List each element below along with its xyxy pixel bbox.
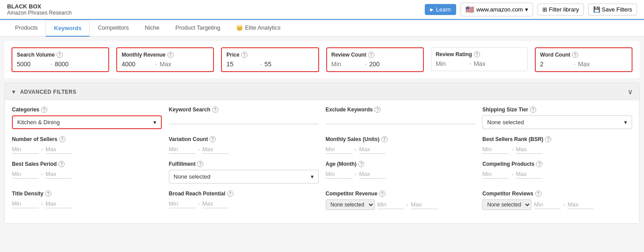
search-volume-max-input[interactable] [55,61,86,68]
review-count-filter: Review Count ? - [326,47,424,72]
broad-reach-help-icon[interactable]: ? [227,191,233,197]
num-sellers-min-input[interactable] [12,145,38,154]
competing-products-col: Competing Products ? - [482,161,632,183]
search-volume-help-icon[interactable]: ? [57,52,63,58]
domain-button[interactable]: 🇺🇸 www.amazon.com ▾ [461,3,533,16]
advanced-row-1: Categories ? Kitchen & Dining ▾ Keyword … [12,107,632,129]
price-filter: Price ? - [221,47,319,72]
title-density-max-input[interactable] [46,199,72,208]
title-density-min-input[interactable] [12,199,38,208]
age-max-input[interactable] [359,170,386,179]
variation-count-help-icon[interactable]: ? [210,136,216,142]
review-count-help-icon[interactable]: ? [368,52,374,58]
learn-button[interactable]: Learn [425,4,456,15]
competitor-revenue-help-icon[interactable]: ? [379,191,385,197]
advanced-row-2: Number of Sellers ? - Variation Count ? … [12,136,632,154]
bsr-max-input[interactable] [516,145,542,154]
tab-products[interactable]: Products [7,20,46,36]
variation-count-min-input[interactable] [169,145,195,154]
price-max-input[interactable] [264,61,295,68]
monthly-revenue-max-input[interactable] [160,61,191,68]
review-rating-help-icon[interactable]: ? [474,51,480,57]
competitor-revenue-col: Competitor Revenue ? None selected - [326,191,483,210]
best-sales-help-icon[interactable]: ? [58,161,65,167]
exclude-keywords-col: Exclude Keywords ? [326,107,483,129]
advanced-filters-header[interactable]: ▼ ADVANCED FILTERS ∨ [5,83,639,100]
competing-products-help-icon[interactable]: ? [536,161,542,167]
price-help-icon[interactable]: ? [241,52,248,58]
tab-niche[interactable]: Niche [137,20,168,36]
competitor-revenue-min-input[interactable] [377,200,404,209]
monthly-revenue-help-icon[interactable]: ? [168,52,174,58]
tab-product-targeting[interactable]: Product Targeting [168,20,229,36]
monthly-sales-col: Monthly Sales (Units) ? - [326,136,483,154]
filter-row: Search Volume ? - Monthly Revenue ? - [11,47,633,72]
advanced-chevron-icon: ∨ [628,88,633,96]
categories-help-icon[interactable]: ? [41,107,47,113]
competitor-reviews-min-input[interactable] [534,200,560,209]
fulfillment-col: Fulfillment ? None selected ▾ [169,161,326,183]
review-rating-min-input[interactable] [436,60,467,67]
shipping-size-dropdown[interactable]: None selected ▾ [482,115,632,129]
save-filters-button[interactable]: 💾 Save Filters [588,4,637,15]
competitor-reviews-max-input[interactable] [568,200,594,209]
age-help-icon[interactable]: ? [358,161,364,167]
best-sales-min-input[interactable] [12,170,38,179]
fulfillment-dropdown[interactable]: None selected ▾ [169,170,319,183]
best-sales-max-input[interactable] [46,170,72,179]
exclude-keywords-help-icon[interactable]: ? [374,107,381,113]
word-count-help-icon[interactable]: ? [572,52,578,58]
broad-reach-col: Broad Reach Potential ? - [169,191,326,210]
word-count-min-input[interactable] [540,61,571,68]
review-count-min-input[interactable] [332,61,362,68]
categories-dropdown[interactable]: Kitchen & Dining ▾ [12,115,162,129]
categories-col: Categories ? Kitchen & Dining ▾ [12,107,169,129]
shipping-size-help-icon[interactable]: ? [530,107,536,113]
exclude-keywords-input[interactable] [326,115,476,124]
best-sales-period-col: Best Sales Period ? - [12,161,169,183]
variation-count-max-input[interactable] [202,145,229,154]
monthly-sales-max-input[interactable] [359,145,386,154]
num-sellers-max-input[interactable] [46,145,72,154]
app-subtitle: Amazon Phrases Research [7,10,72,16]
keyword-search-help-icon[interactable]: ? [212,107,218,113]
tab-keywords[interactable]: Keywords [46,20,90,37]
review-count-max-input[interactable] [370,61,400,68]
shipping-size-tier-col: Shipping Size Tier ? None selected ▾ [482,107,632,129]
monthly-sales-min-input[interactable] [326,145,352,154]
competing-min-input[interactable] [482,170,509,179]
word-count-max-input[interactable] [578,61,609,68]
variation-count-col: Variation Count ? - [169,136,326,154]
filter-lib-icon: ⊞ [542,6,547,13]
bsr-help-icon[interactable]: ? [545,136,551,142]
num-sellers-help-icon[interactable]: ? [59,136,65,142]
tab-elite-analytics[interactable]: 👑 Elite Analytics [228,20,288,36]
bsr-col: Best Sellers Rank (BSR) ? - [482,136,632,154]
advanced-filters-body: Categories ? Kitchen & Dining ▾ Keyword … [5,100,639,223]
keyword-search-input[interactable] [169,115,319,124]
save-icon: 💾 [593,6,600,13]
competitor-reviews-help-icon[interactable]: ? [535,191,541,197]
tab-competitors[interactable]: Competitors [90,20,137,36]
broad-reach-min-input[interactable] [169,199,195,208]
monthly-sales-help-icon[interactable]: ? [381,136,388,142]
search-volume-min-input[interactable] [17,61,48,68]
age-min-input[interactable] [326,170,352,179]
review-rating-max-input[interactable] [474,60,505,67]
tabs-bar: Products Keywords Competitors Niche Prod… [0,20,644,37]
broad-reach-max-input[interactable] [202,199,229,208]
main-filters: Search Volume ? - Monthly Revenue ? - [4,41,640,78]
monthly-revenue-min-input[interactable] [122,61,152,68]
price-min-input[interactable] [226,61,257,68]
competitor-reviews-select[interactable]: None selected [482,199,531,210]
title-density-help-icon[interactable]: ? [45,191,51,197]
competitor-revenue-select[interactable]: None selected [326,199,375,210]
competing-max-input[interactable] [516,170,542,179]
competitor-revenue-max-input[interactable] [411,200,438,209]
filter-library-button[interactable]: ⊞ Filter library [537,4,584,15]
bsr-min-input[interactable] [482,145,509,154]
shipping-chevron-icon: ▾ [624,119,627,126]
advanced-row-3: Best Sales Period ? - Fulfillment ? None… [12,161,632,183]
advanced-row-4: Title Density ? - Broad Reach Potential … [12,191,632,210]
fulfillment-help-icon[interactable]: ? [197,161,203,167]
